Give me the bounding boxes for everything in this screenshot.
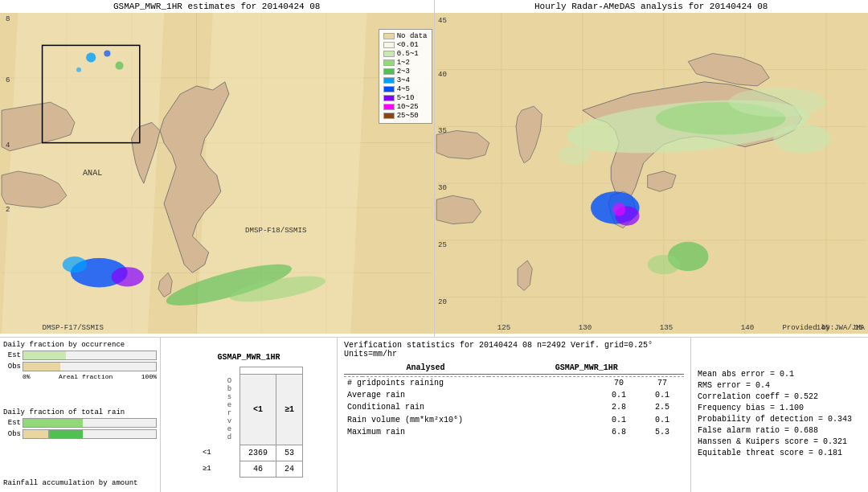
svg-text:135: 135 <box>659 323 672 332</box>
est-label: Est <box>3 351 21 359</box>
obs-rain-label: Obs <box>3 430 21 438</box>
contingency-table: Observed <1 ≥1 <1 2369 53 ≥1 46 24 <box>194 367 303 478</box>
svg-text:4: 4 <box>6 141 10 150</box>
est-bar-container <box>23 351 157 360</box>
col-lt1-header: <1 <box>240 374 276 445</box>
legend-item-4-5: 4~5 <box>383 85 428 93</box>
bottom-row: Daily fraction by occurrence Est Obs 0% … <box>0 338 868 492</box>
est-bar-fill <box>23 351 66 359</box>
table-row: Maximum rain 6.8 5.3 <box>344 426 684 438</box>
left-map-area: 8 6 4 2 ANAL DMSP-F17/SSMIS DMSP-F18/SSM… <box>0 13 434 334</box>
svg-point-13 <box>111 267 143 286</box>
obs-rain-bar-fill <box>23 430 50 438</box>
stat-rms-error: RMS error = 0.4 <box>698 381 862 390</box>
main-container: GSMAP_MWR_1HR estimates for 20140424 08 <box>0 0 868 492</box>
stat-frequency-bias: Frequency bias = 1.100 <box>698 404 862 412</box>
est-rain-bar-row: Est <box>3 418 157 428</box>
stat-pod: Probability of detection = 0.343 <box>698 415 862 424</box>
maps-row: GSMAP_MWR_1HR estimates for 20140424 08 <box>0 0 868 338</box>
svg-point-42 <box>728 88 825 117</box>
table-row: Average rain 0.1 0.1 <box>344 389 684 401</box>
table-row: Rain volume (mm*km²x10⁶) 0.1 0.1 <box>344 413 684 426</box>
stat-mean-abs-error: Mean abs error = 0.1 <box>698 370 862 379</box>
chart-panel: Daily fraction by occurrence Est Obs 0% … <box>0 338 161 492</box>
table-row: # gridpoints raining 70 77 <box>344 377 684 389</box>
obs-rain-bar-fill2 <box>50 430 83 438</box>
svg-text:8: 8 <box>6 14 10 23</box>
row-ge1-label: ≥1 <box>194 461 219 477</box>
stat-correlation: Correlation coeff = 0.522 <box>698 392 862 401</box>
obs-bar-container <box>23 362 157 371</box>
right-stats-panel: Mean abs error = 0.1 RMS error = 0.4 Cor… <box>691 338 868 492</box>
stat-hanssen-kuipers: Hanssen & Kuipers score = 0.321 <box>698 437 862 446</box>
svg-text:6: 6 <box>6 76 10 84</box>
table-row: Conditional rain 2.8 2.5 <box>344 401 684 413</box>
left-map-title: GSMAP_MWR_1HR estimates for 20140424 08 <box>0 0 434 13</box>
cell-lt1-ge1: 53 <box>276 445 303 461</box>
legend-item-10-25: 10~25 <box>383 103 428 111</box>
stat-equitable-threat: Equitable threat score = 0.181 <box>698 449 862 457</box>
legend-item-lt001: <0.01 <box>383 41 428 49</box>
cell-ge1-lt1: 46 <box>240 461 276 477</box>
cell-ge1-ge1: 24 <box>276 461 303 477</box>
svg-text:125: 125 <box>497 323 510 332</box>
svg-point-20 <box>115 62 123 70</box>
obs-rain-bar-row: Obs <box>3 429 157 439</box>
legend: No data <0.01 0.5~1 1~2 <box>379 29 432 124</box>
verification-table: Analysed GSMAP_MWR_1HR <box>344 362 684 377</box>
svg-point-17 <box>86 52 96 62</box>
verification-data-table: # gridpoints raining 70 77 Average rain … <box>344 377 684 438</box>
rainfall-title: Rainfall accumulation by amount <box>3 479 157 487</box>
right-map-area: 20 25 30 35 40 45 125 130 135 140 145 15… <box>435 13 869 334</box>
svg-text:35: 35 <box>438 126 447 135</box>
svg-rect-29 <box>436 13 866 334</box>
est-rain-label: Est <box>3 419 21 427</box>
cell-lt1-lt1: 2369 <box>240 445 276 461</box>
svg-text:25: 25 <box>438 240 447 249</box>
provided-by-label: Provided by:JWA/JMA <box>782 324 865 332</box>
row-lt1-label: <1 <box>194 445 219 461</box>
svg-text:140: 140 <box>740 323 753 332</box>
stat-false-alarm-ratio: False alarm ratio = 0.688 <box>698 426 862 435</box>
svg-text:DMSP-F17/SSMIS: DMSP-F17/SSMIS <box>43 323 104 332</box>
stats-header-row: Analysed GSMAP_MWR_1HR <box>344 362 684 375</box>
svg-point-45 <box>612 203 625 215</box>
svg-point-14 <box>63 256 87 273</box>
est-rain-bar-fill <box>23 419 83 427</box>
legend-item-1-2: 1~2 <box>383 59 428 67</box>
legend-item-3-4: 3~4 <box>383 76 428 84</box>
right-map-panel: Hourly Radar-AMeDAS analysis for 2014042… <box>435 0 869 337</box>
legend-item-05-1: 0.5~1 <box>383 50 428 58</box>
svg-point-18 <box>104 50 110 56</box>
legend-item-nodata: No data <box>383 32 428 40</box>
svg-point-19 <box>76 68 81 72</box>
svg-text:130: 130 <box>578 323 591 332</box>
bar-axis-occurrence: 0% Areal fraction 100% <box>3 373 157 380</box>
fraction-occurrence-title: Daily fraction by occurrence <box>3 341 157 349</box>
obs-bar-fill <box>23 363 60 371</box>
contingency-panel: GSMAP_MWR_1HR Observed <1 ≥1 <1 2369 <box>161 338 338 492</box>
svg-text:ANAL: ANAL <box>83 169 102 178</box>
svg-point-47 <box>647 255 679 274</box>
fraction-rain-section: Daily fraction of total rain Est Obs <box>3 408 157 473</box>
est-rain-bar-container <box>23 418 157 428</box>
est-bar-row: Est <box>3 351 157 360</box>
verification-stats-panel: Verification statistics for 20140424 08 … <box>338 338 691 492</box>
verification-title: Verification statistics for 20140424 08 … <box>344 341 684 359</box>
contingency-title: GSMAP_MWR_1HR <box>217 353 280 362</box>
svg-text:2: 2 <box>6 205 10 214</box>
svg-point-48 <box>773 124 830 153</box>
legend-item-25-50: 25~50 <box>383 112 428 120</box>
col-header <box>240 367 303 374</box>
legend-item-2-3: 2~3 <box>383 68 428 76</box>
right-map-title: Hourly Radar-AMeDAS analysis for 2014042… <box>435 0 869 13</box>
svg-text:45: 45 <box>438 16 447 25</box>
svg-text:DMSP-F18/SSMIS: DMSP-F18/SSMIS <box>245 226 306 235</box>
svg-text:30: 30 <box>438 183 447 192</box>
obs-rain-bar-container <box>23 429 157 439</box>
svg-point-49 <box>558 146 590 165</box>
svg-text:20: 20 <box>438 297 447 306</box>
left-map-panel: GSMAP_MWR_1HR estimates for 20140424 08 <box>0 0 435 337</box>
fraction-rain-title: Daily fraction of total rain <box>3 408 157 416</box>
col-ge1-header: ≥1 <box>276 374 303 445</box>
